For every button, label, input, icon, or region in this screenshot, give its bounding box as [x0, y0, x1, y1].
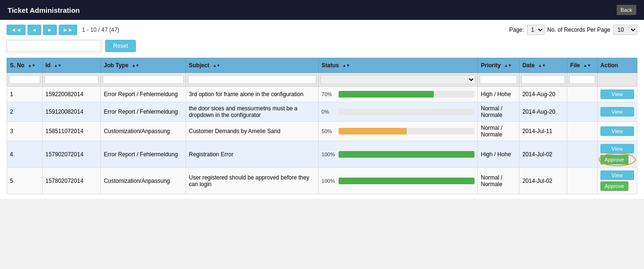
progress-bar-fill [339, 91, 434, 98]
approve-button[interactable]: Approve [600, 155, 628, 164]
filter-date [519, 73, 567, 87]
last-page-button[interactable]: ►► [59, 25, 78, 35]
sort-file-icon[interactable]: ▲▼ [583, 64, 591, 68]
view-button[interactable]: View [600, 107, 634, 117]
sort-id-icon[interactable]: ▲▼ [54, 64, 62, 68]
back-button[interactable]: Back [617, 5, 636, 15]
first-page-button[interactable]: ◄◄ [7, 25, 26, 35]
view-button[interactable]: View [600, 144, 634, 153]
sort-jobtype-icon[interactable]: ▲▼ [132, 64, 139, 68]
table-row: 2159120082014Error Report / Fehlermeldun… [7, 102, 637, 122]
ticket-table: S. No ▲▼ Id ▲▼ Job Type ▲▼ Subject ▲▼ St… [7, 58, 637, 194]
filter-file-input[interactable] [569, 75, 595, 84]
filter-bar: Reset [7, 40, 637, 52]
filter-date-input[interactable] [521, 75, 565, 84]
cell-subject: Customer Demands by Amelie Sand [186, 122, 318, 141]
cell-jobtype: Error Report / Fehlermeldung [101, 102, 186, 122]
records-per-page-select[interactable]: 102550100 [613, 25, 637, 35]
filter-subject [186, 73, 318, 87]
cell-file [567, 87, 598, 102]
status-pct-label: 50% [322, 128, 336, 134]
cell-subject: User registered should be approved befor… [186, 168, 318, 194]
status-pct-label: 0% [322, 109, 336, 115]
sort-subject-icon[interactable]: ▲▼ [213, 64, 220, 68]
cell-action: View [597, 87, 637, 102]
cell-jobtype: Error Report / Fehlermeldung [101, 87, 186, 102]
progress-bar-bg [339, 91, 474, 98]
cell-id: 159120082014 [42, 102, 100, 122]
cell-file [567, 168, 598, 194]
filter-jobtype-input[interactable] [103, 75, 183, 84]
table-row: 5157802072014Customization/AnpassungUser… [7, 168, 637, 194]
cell-sno: 3 [7, 122, 43, 141]
filter-id-input[interactable] [45, 75, 98, 84]
cell-priority: Normal / Normale [478, 122, 519, 141]
cell-date: 2014-Jul-11 [519, 122, 567, 141]
cell-priority: Normal / Normale [478, 168, 519, 194]
page-select[interactable]: 12345 [527, 25, 545, 35]
col-sno: S. No ▲▼ [7, 58, 43, 73]
view-button[interactable]: View [600, 90, 634, 99]
cell-action: View [597, 122, 637, 141]
cell-date: 2014-Aug-20 [519, 87, 567, 102]
view-button[interactable]: View [600, 126, 634, 136]
cell-status: 70% [319, 87, 478, 102]
view-button[interactable]: View [600, 170, 634, 180]
table-row: 3158511072014Customization/AnpassungCust… [7, 122, 637, 141]
sort-sno-icon[interactable]: ▲▼ [28, 64, 36, 68]
page-controls: Page: 12345 No. of Records Per Page 1025… [509, 25, 637, 35]
cell-priority: Normal / Normale [478, 102, 519, 122]
col-date: Date ▲▼ [519, 58, 567, 73]
sort-date-icon[interactable]: ▲▼ [538, 64, 546, 68]
cell-id: 157902072014 [42, 141, 100, 168]
col-subject: Subject ▲▼ [186, 58, 318, 73]
progress-bar-bg [339, 108, 474, 115]
filter-sno [7, 73, 43, 87]
approve-button[interactable]: Approve [600, 181, 628, 191]
prev-page-button[interactable]: ◄ [27, 25, 41, 35]
cell-id: 157802072014 [42, 168, 100, 194]
col-id: Id ▲▼ [42, 58, 100, 73]
cell-id: 158511072014 [42, 122, 100, 141]
status-pct-label: 100% [322, 152, 336, 157]
filter-file [567, 73, 598, 87]
col-priority: Priority ▲▼ [478, 58, 519, 73]
progress-bar-bg [339, 151, 474, 158]
app-title: Ticket Administration [8, 6, 80, 14]
col-status: Status ▲▼ [319, 58, 478, 73]
filter-sno-input[interactable] [9, 75, 40, 84]
cell-jobtype: Customization/Anpassung [101, 168, 186, 194]
filter-status [319, 73, 478, 87]
cell-subject: 3rd option for frame alone in the config… [186, 87, 318, 102]
cell-sno: 1 [7, 87, 43, 102]
pagination-bar: ◄◄ ◄ ► ►► 1 - 10 / 47 (47) Page: 12345 N… [7, 25, 637, 35]
cell-status: 100% [319, 141, 478, 168]
cell-status: 50% [319, 122, 478, 141]
filter-status-select[interactable] [321, 75, 475, 84]
cell-subject: Registration Error [186, 141, 318, 168]
sort-priority-icon[interactable]: ▲▼ [504, 64, 512, 68]
cell-jobtype: Error Report / Fehlermeldung [101, 141, 186, 168]
next-page-button[interactable]: ► [43, 25, 57, 35]
cell-sno: 2 [7, 102, 43, 122]
filter-subject-input[interactable] [188, 75, 316, 84]
cell-action: View [597, 102, 637, 122]
sort-status-icon[interactable]: ▲▼ [342, 64, 350, 68]
table-filter-row [7, 73, 637, 87]
table-row: 4157902072014Error Report / Fehlermeldun… [7, 141, 637, 168]
cell-date: 2014-Aug-20 [519, 102, 567, 122]
cell-subject: the door sices and messurmetns must be a… [186, 102, 318, 122]
col-file: File ▲▼ [567, 58, 598, 73]
cell-priority: High / Hohe [478, 141, 519, 168]
progress-bar-bg [339, 128, 474, 134]
reset-button[interactable]: Reset [105, 40, 136, 52]
cell-status: 0% [319, 102, 478, 122]
filter-jobtype [101, 73, 186, 87]
cell-file [567, 102, 598, 122]
filter-input[interactable] [7, 40, 101, 52]
cell-jobtype: Customization/Anpassung [101, 122, 186, 141]
cell-file [567, 122, 598, 141]
records-label: No. of Records Per Page [547, 27, 610, 33]
filter-priority-input[interactable] [480, 75, 517, 84]
cell-action: ViewApprove [597, 168, 637, 194]
